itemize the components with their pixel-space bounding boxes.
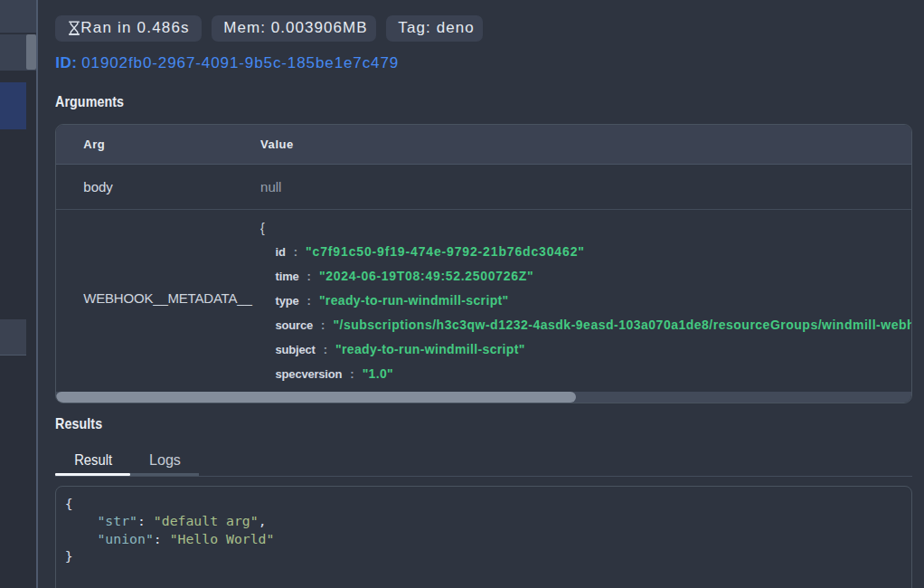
tab-result[interactable]: Result [55,450,130,470]
memory-badge-label: Mem: 0.003906MB [223,19,367,37]
object-value[interactable]: "2024-06-19T08:49:52.2500726Z" [319,269,533,283]
object-colon: : [324,343,327,356]
object-colon: : [294,245,297,259]
object-colon: : [307,270,311,283]
runs-list-item[interactable] [0,0,36,33]
object-entry: source:"/subscriptions/h3c3qw-d1232-4asd… [260,313,912,337]
json-string: "Hello World" [170,531,275,546]
object-entry: time:"2024-06-19T08:49:52.2500726Z" [260,264,912,289]
arg-name-cell: WEBHOOK__METADATA__ [83,210,251,393]
object-viewer: { id:"c7f91c50-9f19-474e-9792-21b76dc304… [260,216,912,386]
json-close-brace: } [65,548,73,564]
object-key: type [276,294,299,308]
args-table-horizontal-scrollbar-track[interactable] [56,392,911,403]
memory-badge: Mem: 0.003906MB [212,15,376,42]
object-open-brace: { [260,216,912,240]
object-entry: id:"c7f91c50-9f19-474e-9792-21b76dc30462… [260,240,912,264]
value-column-header: Value [260,125,294,164]
runs-list-vertical-scrollbar[interactable] [26,34,37,70]
object-value[interactable]: "ready-to-run-windmill-script" [335,342,525,356]
json-key: "str" [97,513,137,528]
object-entry: specversion:"1.0" [260,362,912,386]
json-indent [65,513,98,528]
active-tab-underline [55,473,130,476]
arguments-table: Arg Value body null WEBHOOK__METADATA__ … [55,124,912,403]
arguments-heading: Arguments [55,92,124,112]
json-string: "default arg" [154,513,259,528]
run-stat-badges: Ran in 0.486s Mem: 0.003906MB Tag: deno [55,15,483,42]
runs-list-item-selected[interactable] [0,82,26,129]
runs-list-panel [0,0,36,588]
results-heading: Results [55,414,102,434]
runs-list-item[interactable] [0,319,26,356]
json-colon: : [154,531,170,546]
object-key: specversion [276,367,343,381]
tag-badge-label: Tag: deno [398,19,475,37]
job-id-value[interactable]: 01902fb0-2967-4091-9b5c-185be1e7c479 [81,54,399,71]
table-row-webhook-metadata: WEBHOOK__METADATA__ { id:"c7f91c50-9f19-… [56,210,911,393]
run-detail-panel: Ran in 0.486s Mem: 0.003906MB Tag: deno … [38,0,924,588]
duration-badge: Ran in 0.486s [55,15,202,42]
results-tabs: Result Logs [55,450,912,477]
job-id-row: ID: 01902fb0-2967-4091-9b5c-185be1e7c479 [55,53,399,73]
object-key: source [276,318,313,332]
object-value[interactable]: "1.0" [363,366,394,381]
result-json-panel: { "str": "default arg", "union": "Hello … [55,486,912,588]
arg-name-cell: body [83,165,113,209]
arg-value-cell: null [260,165,281,209]
result-json-code: { "str": "default arg", "union": "Hello … [65,495,275,565]
job-id-label: ID: [55,54,77,71]
object-key: time [276,270,299,283]
json-indent [65,531,98,546]
object-key: id [276,245,286,259]
object-entry: type:"ready-to-run-windmill-script" [260,289,912,313]
inactive-tab-underline [130,473,199,476]
json-colon: : [137,513,154,528]
object-value[interactable]: "ready-to-run-windmill-script" [319,293,509,308]
arguments-table-header: Arg Value [56,125,911,165]
object-entry: subject:"ready-to-run-windmill-script" [260,337,912,362]
table-row-body: body null [56,165,911,210]
object-colon: : [321,318,325,332]
args-table-horizontal-scrollbar-thumb[interactable] [56,392,576,403]
object-value[interactable]: "/subscriptions/h3c3qw-d1232-4asdk-9easd… [333,318,912,332]
object-colon: : [350,367,354,381]
tag-badge: Tag: deno [386,15,483,42]
object-key: subject [276,343,316,356]
tab-logs[interactable]: Logs [130,450,199,470]
json-key: "union" [97,531,153,546]
json-open-brace: { [65,496,73,511]
object-value[interactable]: "c7f91c50-9f19-474e-9792-21b76dc30462" [306,244,585,259]
object-colon: : [307,294,311,308]
arg-column-header: Arg [83,125,105,164]
duration-badge-label: Ran in 0.486s [80,19,190,37]
json-comma: , [259,513,267,528]
